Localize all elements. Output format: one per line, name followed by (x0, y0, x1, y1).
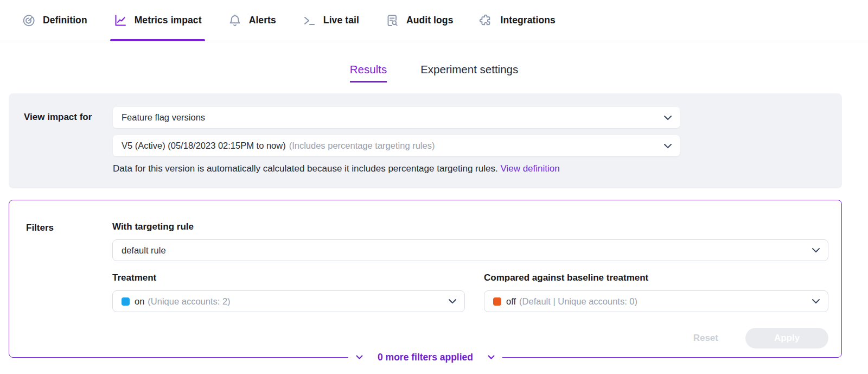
document-search-icon (385, 14, 399, 28)
chevron-down-icon (663, 143, 672, 149)
tab-label: Live tail (323, 15, 359, 26)
subtab-experiment-settings[interactable]: Experiment settings (420, 63, 518, 81)
tab-metrics-impact[interactable]: Metrics impact (112, 0, 203, 41)
subtab-results[interactable]: Results (350, 63, 387, 83)
version-select[interactable]: V5 (Active) (05/18/2023 02:15PM to now) … (113, 135, 680, 156)
chart-line-icon (113, 14, 127, 28)
impact-type-select[interactable]: Feature flag versions (113, 107, 680, 128)
bell-icon (228, 14, 242, 28)
select-value-muted: (Default | Unique accounts: 0) (519, 296, 637, 307)
chevron-down-icon (448, 299, 457, 304)
target-dart-icon (22, 14, 36, 28)
tab-label: Definition (43, 15, 87, 26)
tab-label: Metrics impact (135, 15, 202, 26)
apply-button[interactable]: Apply (745, 328, 828, 348)
filters-label: Filters (26, 221, 112, 357)
chevron-down-icon (812, 299, 820, 304)
version-note-text: Data for this version is automatically c… (113, 163, 498, 174)
baseline-color-swatch (493, 297, 501, 306)
puzzle-icon (479, 14, 493, 28)
baseline-treatment-label: Compared against baseline treatment (484, 272, 828, 283)
select-value: off (506, 296, 516, 307)
view-impact-label: View impact for (24, 107, 113, 174)
sub-tab-bar: Results Experiment settings (0, 41, 868, 93)
tab-label: Audit logs (406, 15, 454, 26)
treatment-select[interactable]: on (Unique accounts: 2) (112, 290, 465, 312)
chevron-down-icon (663, 115, 672, 121)
view-definition-link[interactable]: View definition (500, 163, 559, 174)
tab-label: Integrations (500, 15, 555, 26)
baseline-treatment-select[interactable]: off (Default | Unique accounts: 0) (484, 290, 828, 312)
version-note: Data for this version is automatically c… (113, 163, 680, 174)
view-impact-panel: View impact for Feature flag versions V5… (9, 93, 842, 188)
select-value-muted: (Unique accounts: 2) (148, 296, 230, 307)
more-filters-toggle[interactable]: 0 more filters applied (348, 349, 502, 365)
tab-label: Alerts (249, 15, 276, 26)
tab-integrations[interactable]: Integrations (478, 0, 556, 41)
terminal-icon (302, 14, 316, 28)
tab-definition[interactable]: Definition (21, 0, 88, 41)
chevron-down-icon (488, 355, 495, 359)
treatment-color-swatch (122, 297, 130, 306)
targeting-rule-select[interactable]: default rule (112, 239, 828, 261)
tab-alerts[interactable]: Alerts (227, 0, 277, 41)
chevron-down-icon (356, 355, 363, 359)
select-value: V5 (Active) (05/18/2023 02:15PM to now) (122, 141, 286, 151)
top-tab-bar: Definition Metrics impact Alerts (0, 0, 868, 41)
select-value: on (135, 296, 144, 307)
reset-button[interactable]: Reset (693, 333, 718, 344)
chevron-down-icon (812, 248, 820, 253)
tab-audit-logs[interactable]: Audit logs (384, 0, 455, 41)
filters-panel: Filters With targeting rule default rule… (9, 200, 842, 358)
select-value: Feature flag versions (122, 112, 205, 123)
more-filters-label: 0 more filters applied (378, 352, 473, 363)
tab-live-tail[interactable]: Live tail (301, 0, 360, 41)
treatment-label: Treatment (112, 272, 465, 283)
targeting-rule-label: With targeting rule (112, 221, 828, 232)
select-value: default rule (122, 245, 166, 256)
select-value-muted: (Includes percentage targeting rules) (289, 141, 435, 151)
